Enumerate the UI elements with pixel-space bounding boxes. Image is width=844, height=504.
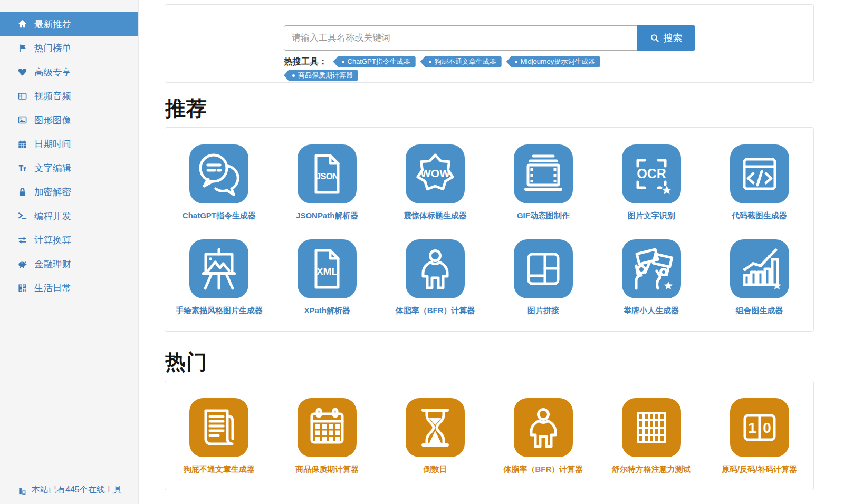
sidebar-item-6[interactable]: 日期时间 xyxy=(0,132,138,157)
flag-icon xyxy=(17,43,27,53)
tool-item[interactable]: 震惊体标题生成器 xyxy=(381,144,490,220)
bullet-icon xyxy=(342,61,344,63)
search-button[interactable]: 搜索 xyxy=(637,25,695,51)
sidebar-item-3[interactable]: 高级专享 xyxy=(0,60,138,84)
section-hot: 热门 狗屁不通文章生成器 商品保质期计算器 倒数日 体脂率（BFR）计算器 舒尔… xyxy=(165,351,814,490)
tool-label: 倒数日 xyxy=(424,464,447,474)
tool-label: 震惊体标题生成器 xyxy=(404,211,467,220)
schulte-grid-icon xyxy=(622,398,681,457)
tool-label: 手绘素描风格图片生成器 xyxy=(176,306,263,315)
tool-item[interactable]: 原码/反码/补码计算器 xyxy=(705,398,813,474)
section-recommended: 推荐 ChatGPT指令生成器 JSONPath解析器 震惊体标题生成器 GIF… xyxy=(165,98,814,332)
sidebar-item-1[interactable]: 最新推荐 xyxy=(0,12,138,36)
bullet-icon xyxy=(429,61,431,63)
site-tool-count: 本站已有445个在线工具 xyxy=(17,484,122,496)
bullet-icon xyxy=(515,61,517,63)
tool-label: 代码截图生成器 xyxy=(732,211,787,220)
sidebar-item-label: 日期时间 xyxy=(34,138,71,150)
sidebar-item-label: 图形图像 xyxy=(34,114,71,127)
tool-label: XPath解析器 xyxy=(304,306,350,315)
sidebar-nav: 最新推荐 热门榜单 高级专享 视频音频 图形图像 日期时间 文字编辑 加密解密 … xyxy=(0,12,138,300)
sidebar: 最新推荐 热门榜单 高级专享 视频音频 图形图像 日期时间 文字编辑 加密解密 … xyxy=(0,0,139,504)
tool-label: 商品保质期计算器 xyxy=(295,464,359,474)
tool-item[interactable]: 商品保质期计算器 xyxy=(273,398,381,474)
sidebar-item-label: 加密解密 xyxy=(34,186,71,198)
hot-tag-label: ChatGPT指令生成器 xyxy=(348,57,410,66)
tool-item[interactable]: 代码截图生成器 xyxy=(705,144,813,220)
tool-item[interactable]: 体脂率（BFR）计算器 xyxy=(489,398,597,474)
sidebar-item-10[interactable]: 计算换算 xyxy=(0,228,138,253)
heart-icon xyxy=(17,67,27,77)
hot-search-row: 热搜工具： ChatGPT指令生成器 狗屁不通文章生成器 Midjourney提… xyxy=(284,56,648,81)
terminal-icon xyxy=(17,211,27,221)
hot-tag-3[interactable]: Midjourney提示词生成器 xyxy=(506,56,601,67)
hot-tag-4[interactable]: 商品保质期计算器 xyxy=(284,70,358,81)
image-icon xyxy=(17,115,27,125)
tool-item[interactable]: GIF动态图制作 xyxy=(489,144,597,220)
tool-label: 体脂率（BFR）计算器 xyxy=(503,464,583,474)
text-format-icon xyxy=(17,163,27,173)
sidebar-item-8[interactable]: 加密解密 xyxy=(0,180,138,205)
hot-tag-1[interactable]: ChatGPT指令生成器 xyxy=(333,56,416,67)
tool-item[interactable]: 图片文字识别 xyxy=(597,144,705,220)
combo-chart-icon xyxy=(730,239,789,298)
hot-tag-label: Midjourney提示词生成器 xyxy=(521,57,596,66)
sidebar-item-label: 生活日常 xyxy=(34,282,71,294)
search-card: 搜索 热搜工具： ChatGPT指令生成器 狗屁不通文章生成器 Midjourn… xyxy=(165,4,814,83)
search-input[interactable] xyxy=(284,25,637,51)
recommended-panel: ChatGPT指令生成器 JSONPath解析器 震惊体标题生成器 GIF动态图… xyxy=(165,127,814,332)
wow-burst-icon xyxy=(406,144,465,203)
tool-item[interactable]: 举牌小人生成器 xyxy=(597,239,705,315)
sidebar-item-7[interactable]: 文字编辑 xyxy=(0,156,138,180)
recommended-grid: ChatGPT指令生成器 JSONPath解析器 震惊体标题生成器 GIF动态图… xyxy=(165,144,813,315)
tool-item[interactable]: 舒尔特方格注意力测试 xyxy=(597,398,705,474)
tool-item[interactable]: 手绘素描风格图片生成器 xyxy=(165,239,273,315)
hot-tag-2[interactable]: 狗屁不通文章生成器 xyxy=(420,56,502,67)
sidebar-item-label: 热门榜单 xyxy=(34,42,71,54)
tool-label: ChatGPT指令生成器 xyxy=(183,211,256,220)
sidebar-item-4[interactable]: 视频音频 xyxy=(0,84,138,109)
lock-icon xyxy=(17,187,27,197)
tool-item[interactable]: XPath解析器 xyxy=(273,239,381,315)
film-frames-icon xyxy=(514,144,573,203)
tool-label: JSONPath解析器 xyxy=(296,211,358,220)
body-figure-icon xyxy=(514,398,573,457)
hot-grid: 狗屁不通文章生成器 商品保质期计算器 倒数日 体脂率（BFR）计算器 舒尔特方格… xyxy=(165,398,813,474)
xml-file-icon xyxy=(298,239,357,298)
tool-item[interactable]: 狗屁不通文章生成器 xyxy=(165,398,273,474)
sidebar-item-12[interactable]: 生活日常 xyxy=(0,276,138,301)
tool-count-label: 本站已有445个在线工具 xyxy=(32,484,122,496)
tool-item[interactable]: 倒数日 xyxy=(381,398,490,474)
tool-item[interactable]: 图片拼接 xyxy=(489,239,597,315)
film-icon xyxy=(17,91,27,101)
hourglass-icon xyxy=(406,398,465,457)
sidebar-item-11[interactable]: 金融理财 xyxy=(0,252,138,276)
ocr-icon xyxy=(622,144,681,203)
sidebar-item-5[interactable]: 图形图像 xyxy=(0,108,138,132)
tool-label: 体脂率（BFR）计算器 xyxy=(396,306,475,315)
search-button-label: 搜索 xyxy=(664,32,683,44)
sidebar-item-label: 文字编辑 xyxy=(34,162,71,175)
hot-search-label: 热搜工具： xyxy=(284,56,328,67)
sidebar-item-2[interactable]: 热门榜单 xyxy=(0,36,138,61)
hot-tag-label: 商品保质期计算器 xyxy=(298,71,353,80)
bar-chart-icon xyxy=(17,486,27,495)
tool-label: 图片拼接 xyxy=(528,306,559,315)
easel-icon xyxy=(189,239,248,298)
tool-item[interactable]: 体脂率（BFR）计算器 xyxy=(381,239,490,315)
main-content: 搜索 热搜工具： ChatGPT指令生成器 狗屁不通文章生成器 Midjourn… xyxy=(139,0,844,504)
search-icon xyxy=(650,33,660,43)
chat-bubbles-icon xyxy=(189,144,248,203)
json-file-icon xyxy=(298,144,357,203)
tool-item[interactable]: ChatGPT指令生成器 xyxy=(165,144,273,220)
sidebar-item-label: 高级专享 xyxy=(34,66,71,79)
tool-item[interactable]: JSONPath解析器 xyxy=(273,144,381,220)
binary-icon xyxy=(730,398,789,457)
tool-label: 举牌小人生成器 xyxy=(624,306,679,315)
bullet-icon xyxy=(292,74,295,77)
sidebar-item-label: 视频音频 xyxy=(34,90,71,102)
sidebar-item-9[interactable]: 编程开发 xyxy=(0,204,138,228)
tool-label: 舒尔特方格注意力测试 xyxy=(612,464,691,474)
tool-item[interactable]: 组合图生成器 xyxy=(705,239,813,315)
sidebar-item-label: 编程开发 xyxy=(34,210,71,222)
